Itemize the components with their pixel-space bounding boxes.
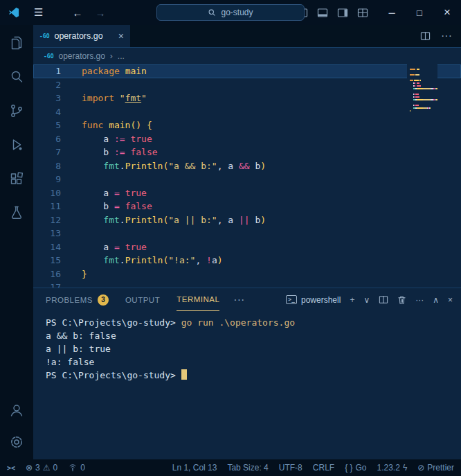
forward-icon[interactable]: → bbox=[95, 7, 105, 19]
statusbar-right: Ln 1, Col 13 Tab Size: 4 UTF-8 CRLF { } … bbox=[172, 463, 454, 473]
status-bar: >< ⊗ 3 ⚠ 0 0 Ln 1, Col 13 Tab Size: 4 UT… bbox=[0, 459, 461, 476]
terminal-line: PS C:\Projects\go-study> go run .\operat… bbox=[46, 316, 461, 329]
code-line[interactable]: 8 fmt.Println("a && b:", a && b) bbox=[33, 159, 461, 173]
output-label: OUTPUT bbox=[125, 296, 160, 304]
code-line[interactable]: 5func main() { bbox=[33, 118, 461, 132]
terminal-line: !a: false bbox=[46, 355, 461, 369]
explorer-icon[interactable] bbox=[8, 34, 26, 52]
maximize-button[interactable]: □ bbox=[406, 0, 433, 25]
terminal-label: TERMINAL bbox=[177, 295, 219, 303]
toggle-panel-icon[interactable] bbox=[317, 8, 328, 18]
panel-more-icon[interactable]: ··· bbox=[233, 294, 244, 306]
tab-terminal[interactable]: TERMINAL bbox=[177, 288, 219, 311]
code-line[interactable]: 7 b := false bbox=[33, 146, 461, 159]
panel-actions: >_ powershell + ∨ ··· ∧ × bbox=[286, 295, 453, 305]
tab-label: operators.go bbox=[54, 31, 102, 41]
breadcrumb-more[interactable]: ... bbox=[118, 51, 125, 61]
encoding[interactable]: UTF-8 bbox=[279, 463, 302, 473]
code-line[interactable]: 17 bbox=[33, 281, 461, 288]
new-terminal-icon[interactable]: + bbox=[350, 295, 354, 305]
cursor-position[interactable]: Ln 1, Col 13 bbox=[172, 463, 217, 473]
code-editor[interactable]: 1package main23import "fmt"45func main()… bbox=[33, 64, 461, 288]
breadcrumb-file[interactable]: operators.go bbox=[58, 51, 105, 61]
remote-indicator-icon[interactable]: >< bbox=[7, 464, 15, 472]
more-actions-icon[interactable]: ··· bbox=[441, 30, 452, 42]
shell-name: powershell bbox=[301, 295, 341, 305]
command-search-box[interactable]: go-study bbox=[156, 4, 305, 21]
activity-bar-bottom bbox=[8, 401, 26, 451]
split-editor-right-icon[interactable] bbox=[420, 31, 431, 41]
terminal-output: PS C:\Projects\go-study> go run .\operat… bbox=[46, 316, 461, 382]
tab-size[interactable]: Tab Size: 4 bbox=[227, 463, 268, 473]
history-nav: ← → bbox=[72, 7, 105, 19]
tab-close-icon[interactable]: × bbox=[118, 30, 124, 42]
code-line[interactable]: 2 bbox=[33, 78, 461, 92]
minimap[interactable] bbox=[407, 64, 437, 288]
toggle-secondary-sidebar-icon[interactable] bbox=[337, 8, 348, 18]
menu-icon[interactable]: ☰ bbox=[34, 6, 43, 19]
layout-controls bbox=[297, 8, 368, 18]
code-line[interactable]: 11 b = false bbox=[33, 200, 461, 213]
panel-more-actions-icon[interactable]: ··· bbox=[415, 295, 424, 305]
ports-count: 0 bbox=[80, 463, 85, 473]
bolt-icon: ϟ bbox=[403, 463, 407, 473]
go-version-label: 1.23.2 bbox=[377, 463, 400, 473]
panel-tabs: PROBLEMS 3 OUTPUT TERMINAL bbox=[46, 288, 219, 311]
breadcrumb: -GO operators.go › ... bbox=[33, 48, 461, 64]
code-line[interactable]: 15 fmt.Println("!a:", !a) bbox=[33, 254, 461, 267]
code-line[interactable]: 6 a := true bbox=[33, 132, 461, 146]
panel-header: PROBLEMS 3 OUTPUT TERMINAL ··· >_ bbox=[33, 288, 461, 311]
terminal-line: PS C:\Projects\go-study> bbox=[46, 369, 461, 382]
warning-icon: ⚠ bbox=[43, 463, 51, 473]
settings-gear-icon[interactable] bbox=[8, 433, 26, 451]
terminal-dropdown-icon[interactable]: ∨ bbox=[363, 295, 370, 305]
language-mode[interactable]: { } Go bbox=[345, 463, 366, 473]
back-icon[interactable]: ← bbox=[72, 7, 82, 19]
code-line[interactable]: 10 a = true bbox=[33, 186, 461, 200]
account-icon[interactable] bbox=[8, 401, 26, 419]
tab-output[interactable]: OUTPUT bbox=[125, 288, 160, 311]
go-version[interactable]: 1.23.2 ϟ bbox=[377, 463, 408, 473]
bottom-panel: PROBLEMS 3 OUTPUT TERMINAL ··· >_ bbox=[33, 288, 461, 459]
extensions-icon[interactable] bbox=[8, 170, 26, 188]
code-line[interactable]: 4 bbox=[33, 105, 461, 119]
code-lines: 1package main23import "fmt"45func main()… bbox=[33, 64, 461, 288]
language-label: Go bbox=[356, 463, 367, 473]
tab-problems[interactable]: PROBLEMS 3 bbox=[46, 288, 109, 311]
problems-status[interactable]: ⊗ 3 ⚠ 0 bbox=[26, 463, 57, 473]
kill-terminal-trash-icon[interactable] bbox=[397, 295, 406, 305]
error-count: 3 bbox=[35, 463, 40, 473]
terminal-view[interactable]: PS C:\Projects\go-study> go run .\operat… bbox=[33, 311, 461, 459]
customize-layout-icon[interactable] bbox=[357, 8, 368, 18]
problems-badge: 3 bbox=[98, 294, 109, 306]
code-line[interactable]: 12 fmt.Println("a || b:", a || b) bbox=[33, 213, 461, 227]
code-line[interactable]: 1package main bbox=[33, 64, 461, 78]
close-panel-icon[interactable]: × bbox=[448, 295, 453, 305]
circle-slash-icon: ⊘ bbox=[417, 463, 424, 473]
formatter-status[interactable]: ⊘ Prettier bbox=[417, 463, 454, 473]
minimize-button[interactable]: ─ bbox=[378, 0, 406, 25]
code-line[interactable]: 9 bbox=[33, 173, 461, 186]
code-line[interactable]: 14 a = true bbox=[33, 240, 461, 254]
breadcrumb-go-icon: -GO bbox=[44, 53, 53, 60]
main-area: -GO operators.go × ··· -GO operators.go … bbox=[0, 25, 461, 459]
eol-sequence[interactable]: CRLF bbox=[313, 463, 334, 473]
search-view-icon[interactable] bbox=[8, 68, 26, 86]
source-control-icon[interactable] bbox=[8, 102, 26, 120]
tab-operators-go[interactable]: -GO operators.go × bbox=[33, 25, 130, 47]
vscode-window: ☰ ← → go-study bbox=[0, 0, 461, 476]
testing-icon[interactable] bbox=[8, 204, 26, 222]
code-line[interactable]: 13 bbox=[33, 227, 461, 240]
shell-selector[interactable]: >_ powershell bbox=[286, 295, 341, 305]
titlebar-right: ─ □ × bbox=[297, 0, 461, 25]
run-debug-icon[interactable] bbox=[8, 136, 26, 154]
terminal-line: a || b: true bbox=[46, 342, 461, 355]
tab-strip: -GO operators.go × ··· bbox=[33, 25, 461, 48]
close-button[interactable]: × bbox=[433, 0, 461, 25]
maximize-panel-icon[interactable]: ∧ bbox=[433, 295, 439, 305]
code-line[interactable]: 16} bbox=[33, 267, 461, 281]
code-line[interactable]: 3import "fmt" bbox=[33, 91, 461, 105]
problems-label: PROBLEMS bbox=[46, 296, 93, 304]
split-terminal-icon[interactable] bbox=[379, 295, 388, 304]
ports-status[interactable]: 0 bbox=[68, 463, 85, 473]
